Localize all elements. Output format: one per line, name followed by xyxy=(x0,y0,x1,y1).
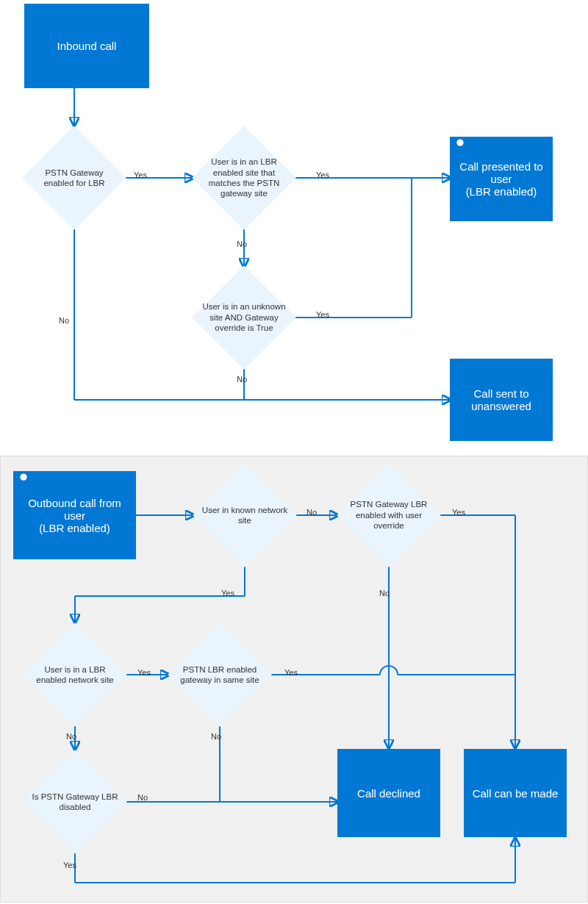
decision-text: PSTN Gateway LBR enabled with user overr… xyxy=(345,499,433,531)
user-icon xyxy=(450,137,470,157)
outcome-label: Call sent to unanswered xyxy=(456,387,547,412)
yes-label: Yes xyxy=(284,668,298,677)
no-label: No xyxy=(66,732,76,741)
decision-text: User is in an unknown site AND Gateway o… xyxy=(200,301,288,333)
outcome-label: Call can be made xyxy=(473,787,559,800)
decision-text: User is in a LBR enabled network site xyxy=(31,664,119,686)
outcome-label: Call declined xyxy=(357,787,420,800)
yes-label: Yes xyxy=(134,171,147,179)
no-label: No xyxy=(211,732,221,741)
yes-label: Yes xyxy=(137,668,151,677)
start-label: Outbound call from user (LBR enabled) xyxy=(19,497,130,534)
inbound-call-flow: Inbound call PSTN Gateway enabled for LB… xyxy=(0,0,588,456)
no-label: No xyxy=(237,240,247,248)
decision-text: PSTN Gateway enabled for LBR xyxy=(30,168,118,189)
no-label: No xyxy=(237,375,247,384)
pstn-lbr-same-site: PSTN LBR enabled gateway in same site xyxy=(168,623,271,726)
pstn-gateway-user-override: PSTN Gateway LBR enabled with user overr… xyxy=(337,464,440,567)
no-label: No xyxy=(59,316,69,325)
call-presented: Call presented to user (LBR enabled) xyxy=(450,137,553,221)
user-icon xyxy=(13,471,34,492)
outcome-label: Call presented to user (LBR enabled) xyxy=(456,160,547,198)
yes-label: Yes xyxy=(452,508,465,517)
inbound-start: Inbound call xyxy=(24,4,149,88)
svg-point-27 xyxy=(20,474,26,481)
no-label: No xyxy=(306,508,317,517)
outbound-start: Outbound call from user (LBR enabled) xyxy=(13,471,136,559)
no-label: No xyxy=(379,589,390,598)
no-label: No xyxy=(137,793,148,802)
decision-text: User is in an LBR enabled site that matc… xyxy=(200,157,288,199)
pstn-gateway-lbr-disabled: Is PSTN Gateway LBR disabled xyxy=(24,750,126,853)
yes-label: Yes xyxy=(221,589,234,598)
call-declined: Call declined xyxy=(337,749,440,837)
user-known-site: User in known network site xyxy=(193,464,296,567)
decision-text: User in known network site xyxy=(201,505,289,526)
pstn-gateway-lbr: PSTN Gateway enabled for LBR xyxy=(23,126,126,229)
yes-label: Yes xyxy=(63,861,76,869)
user-in-lbr-site-out: User is in a LBR enabled network site xyxy=(24,623,126,726)
yes-label: Yes xyxy=(316,310,329,319)
decision-text: Is PSTN Gateway LBR disabled xyxy=(31,792,119,813)
yes-label: Yes xyxy=(316,171,329,179)
svg-point-9 xyxy=(456,140,463,146)
outbound-call-flow: Outbound call from user (LBR enabled) Us… xyxy=(0,456,588,903)
decision-text: PSTN LBR enabled gateway in same site xyxy=(176,664,264,686)
start-label: Inbound call xyxy=(57,40,117,52)
user-in-lbr-site: User is in an LBR enabled site that matc… xyxy=(193,126,295,229)
user-unknown-override: User is in an unknown site AND Gateway o… xyxy=(193,266,295,369)
call-unanswered: Call sent to unanswered xyxy=(450,359,553,441)
call-can-be-made: Call can be made xyxy=(464,749,567,837)
